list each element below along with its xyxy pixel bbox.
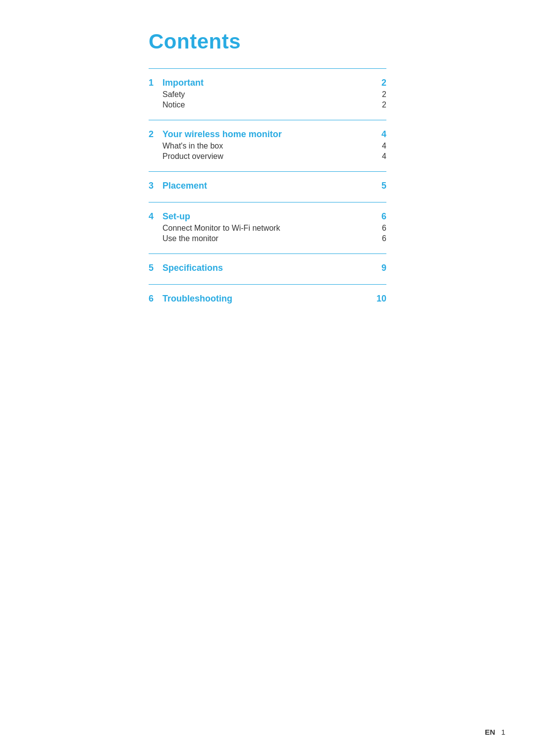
toc-main-row: 1Important2 bbox=[149, 78, 386, 88]
toc-main-row: 5Specifications9 bbox=[149, 263, 386, 273]
page-footer: EN 1 bbox=[485, 728, 505, 736]
toc-sub-row: Use the monitor6 bbox=[149, 234, 386, 243]
toc-sub-page: 4 bbox=[376, 152, 386, 161]
footer-page-number: 1 bbox=[501, 728, 505, 736]
toc-section-title: Specifications bbox=[162, 263, 376, 273]
toc-sub-title: Use the monitor bbox=[162, 234, 376, 243]
toc-sub-page: 4 bbox=[376, 142, 386, 151]
toc-section-title: Placement bbox=[162, 181, 376, 191]
page-title: Contents bbox=[149, 30, 386, 53]
toc-main-row: 2Your wireless home monitor4 bbox=[149, 129, 386, 140]
toc-main-row: 3Placement5 bbox=[149, 181, 386, 191]
toc-sub-row: What's in the box4 bbox=[149, 142, 386, 151]
toc-section-number: 5 bbox=[149, 263, 162, 273]
toc-section: 5Specifications9 bbox=[149, 253, 386, 284]
toc-section-page: 4 bbox=[376, 129, 386, 140]
toc-section-number: 6 bbox=[149, 294, 162, 304]
table-of-contents: 1Important2Safety2Notice22Your wireless … bbox=[149, 68, 386, 315]
toc-main-row: 6Troubleshooting10 bbox=[149, 294, 386, 304]
toc-section-page: 9 bbox=[376, 263, 386, 273]
toc-section-title: Your wireless home monitor bbox=[162, 129, 376, 140]
toc-main-row: 4Set-up6 bbox=[149, 211, 386, 222]
toc-sub-title: Safety bbox=[162, 90, 376, 99]
toc-section-number: 4 bbox=[149, 211, 162, 222]
toc-sub-title: Product overview bbox=[162, 152, 376, 161]
toc-section-page: 2 bbox=[376, 78, 386, 88]
toc-section: 1Important2Safety2Notice2 bbox=[149, 68, 386, 120]
toc-sub-row: Safety2 bbox=[149, 90, 386, 99]
toc-sub-row: Product overview4 bbox=[149, 152, 386, 161]
toc-section: 4Set-up6Connect Monitor to Wi-Fi network… bbox=[149, 202, 386, 253]
toc-sub-title: Notice bbox=[162, 101, 376, 109]
page-content: Contents 1Important2Safety2Notice22Your … bbox=[129, 0, 406, 345]
toc-section-title: Important bbox=[162, 78, 376, 88]
toc-sub-row: Connect Monitor to Wi-Fi network6 bbox=[149, 224, 386, 233]
toc-section-page: 10 bbox=[376, 294, 386, 304]
toc-section-title: Troubleshooting bbox=[162, 294, 376, 304]
toc-sub-page: 2 bbox=[376, 90, 386, 99]
toc-section-number: 1 bbox=[149, 78, 162, 88]
toc-section: 6Troubleshooting10 bbox=[149, 284, 386, 315]
toc-section-page: 5 bbox=[376, 181, 386, 191]
toc-section-page: 6 bbox=[376, 211, 386, 222]
toc-section: 2Your wireless home monitor4What's in th… bbox=[149, 120, 386, 171]
toc-sub-page: 6 bbox=[376, 224, 386, 233]
toc-sub-title: Connect Monitor to Wi-Fi network bbox=[162, 224, 376, 233]
footer-language: EN bbox=[485, 728, 495, 736]
toc-sub-page: 2 bbox=[376, 101, 386, 109]
toc-sub-row: Notice2 bbox=[149, 101, 386, 109]
toc-section-title: Set-up bbox=[162, 211, 376, 222]
toc-section: 3Placement5 bbox=[149, 171, 386, 202]
toc-sub-title: What's in the box bbox=[162, 142, 376, 151]
toc-sub-page: 6 bbox=[376, 234, 386, 243]
toc-section-number: 3 bbox=[149, 181, 162, 191]
toc-section-number: 2 bbox=[149, 129, 162, 140]
